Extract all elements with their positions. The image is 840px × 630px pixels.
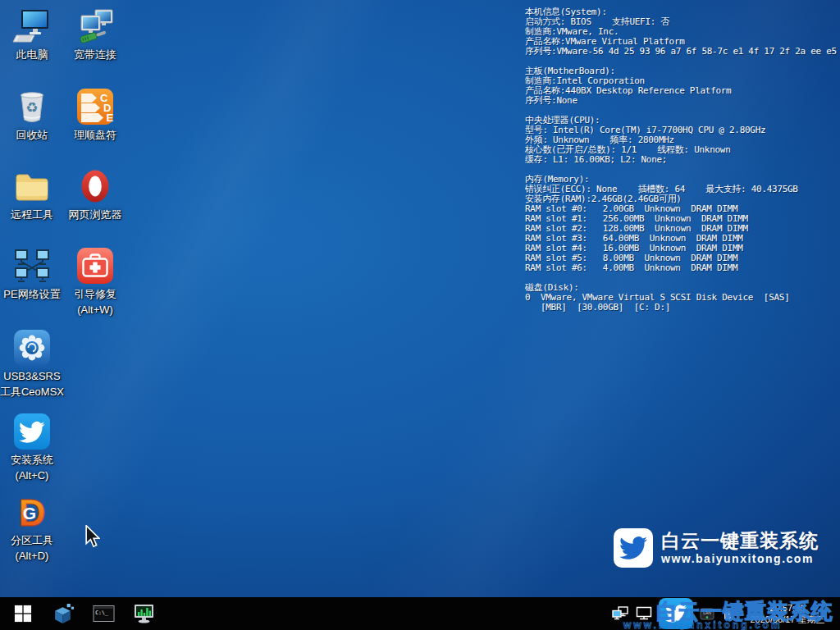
sysinfo-section-memory: 内存(Memory): 错误纠正(ECC): None 插槽数: 64 最大支持… (525, 175, 837, 273)
icon-label: 回收站 (16, 128, 48, 142)
svg-text:E: E (107, 112, 114, 124)
sysinfo-line: 序列号:VMware-56 4d 25 93 96 a7 6f 58-7c e1… (525, 47, 837, 57)
icon-label-line2: (Alt+W) (77, 303, 113, 317)
watermark-brand-text: 白云一键重装系统 (661, 530, 819, 551)
desktop-icon-remote-tools[interactable]: 远程工具 (1, 167, 63, 221)
svg-text:LAN: LAN (703, 610, 711, 615)
watermark-url-text: www.baiyunxitong.com (661, 551, 819, 566)
desktop-icon-pe-network[interactable]: PE网络设置 (1, 246, 63, 301)
windows-logo-icon (14, 605, 32, 623)
sysinfo-line: [MBR] [30.00GB] [C: D:] (525, 303, 837, 313)
icon-label: 分区工具 (11, 533, 53, 547)
task-manager-button[interactable] (131, 601, 156, 626)
baiyun-app-button[interactable] (659, 598, 693, 629)
sysinfo-section-cpu: 中央处理器(CPU): 型号: Intel(R) Core(TM) i7-770… (525, 116, 837, 165)
bird-logo-icon (614, 528, 653, 568)
command-prompt-icon: C:\_ (93, 604, 115, 623)
diskgenius-icon: D G (12, 492, 52, 532)
icon-label-line2: 工具CeoMSX (0, 385, 64, 399)
icon-label: 网页浏览器 (69, 208, 122, 221)
desktop-icon-install-system[interactable]: 安装系统 (Alt+C) (1, 412, 63, 482)
clock-date: 2020/06/17 星期三 (740, 614, 835, 625)
icon-label: 此电脑 (16, 48, 48, 62)
icon-label-line2: (Alt+D) (16, 549, 49, 563)
gear-flower-icon (12, 328, 52, 368)
desktop-icon-this-pc[interactable]: 此电脑 (1, 7, 63, 62)
network-icon (12, 246, 52, 285)
registry-editor-button[interactable] (51, 601, 75, 626)
icon-label: 宽带连接 (74, 48, 116, 62)
drive-letters-icon: C D E (75, 87, 115, 126)
recycle-bin-icon: ♻ (12, 87, 52, 126)
sysinfo-line: RAM slot #6: 4.00MB Unknown DRAM DIMM (525, 263, 837, 273)
tray-usb-icon[interactable] (721, 605, 734, 622)
desktop-icon-boot-repair[interactable]: 引导修复 (Alt+W) (64, 246, 126, 317)
computer-icon (12, 7, 52, 46)
sysinfo-line: 缓存: L1: 16.00KB; L2: None; (525, 155, 837, 165)
performance-monitor-icon (133, 603, 155, 624)
desktop-icon-partition-tool[interactable]: D G 分区工具 (Alt+D) (1, 492, 63, 563)
desktop-icon-web-browser[interactable]: 网页浏览器 (64, 167, 126, 221)
command-prompt-button[interactable]: C:\_ (91, 601, 116, 626)
tray-display-duo-icon[interactable] (611, 605, 629, 622)
start-button[interactable] (11, 601, 35, 626)
registry-cubes-icon (52, 603, 75, 625)
mouse-cursor (84, 525, 100, 548)
clock-time: 20:57:30 (740, 602, 835, 614)
sysinfo-section-motherboard: 主板(MotherBoard): 制造商:Intel Corporation 产… (525, 66, 837, 106)
system-info-panel: 本机信息(System): 启动方式: BIOS 支持UEFI: 否 制造商:V… (525, 7, 837, 322)
broadband-icon (75, 7, 115, 46)
icon-label: USB3&SRS (3, 369, 60, 383)
brand-watermark: 白云一键重装系统 www.baiyunxitong.com (614, 528, 819, 568)
tray-network-display-icon[interactable] (635, 605, 653, 622)
icon-label: 远程工具 (11, 208, 53, 221)
icon-label: 引导修复 (74, 287, 116, 301)
icon-label: 安装系统 (11, 453, 53, 467)
first-aid-icon (75, 246, 115, 285)
desktop-icon-usb3-srs-tool[interactable]: USB3&SRS 工具CeoMSX (1, 328, 63, 399)
svg-text:C:\_: C:\_ (95, 609, 108, 616)
bird-icon (665, 603, 687, 624)
taskbar-clock[interactable]: 20:57:30 2020/06/17 星期三 (740, 602, 835, 625)
svg-text:G: G (23, 504, 36, 523)
bird-icon (12, 412, 52, 451)
sysinfo-section-system: 本机信息(System): 启动方式: BIOS 支持UEFI: 否 制造商:V… (525, 7, 837, 57)
svg-text:♻: ♻ (25, 99, 38, 116)
icon-label: PE网络设置 (3, 287, 60, 301)
taskbar: C:\_ (0, 597, 840, 630)
desktop-icon-recycle-bin[interactable]: ♻ 回收站 (1, 87, 63, 142)
icon-label: 理顺盘符 (74, 128, 116, 142)
desktop-background: 此电脑 ♻ 回收站 远程工具 (0, 0, 840, 630)
icon-label-line2: (Alt+C) (16, 468, 49, 482)
desktop-icon-drive-letters[interactable]: C D E 理顺盘符 (64, 87, 126, 142)
desktop-icon-broadband[interactable]: 宽带连接 (64, 7, 126, 62)
sysinfo-line: 序列号:None (525, 96, 837, 106)
folder-icon (12, 167, 52, 206)
sysinfo-section-disk: 磁盘(Disk): 0 VMware, VMware Virtual S SCS… (525, 283, 837, 313)
opera-icon (75, 167, 115, 206)
tray-lan-icon[interactable]: LAN (699, 605, 715, 622)
